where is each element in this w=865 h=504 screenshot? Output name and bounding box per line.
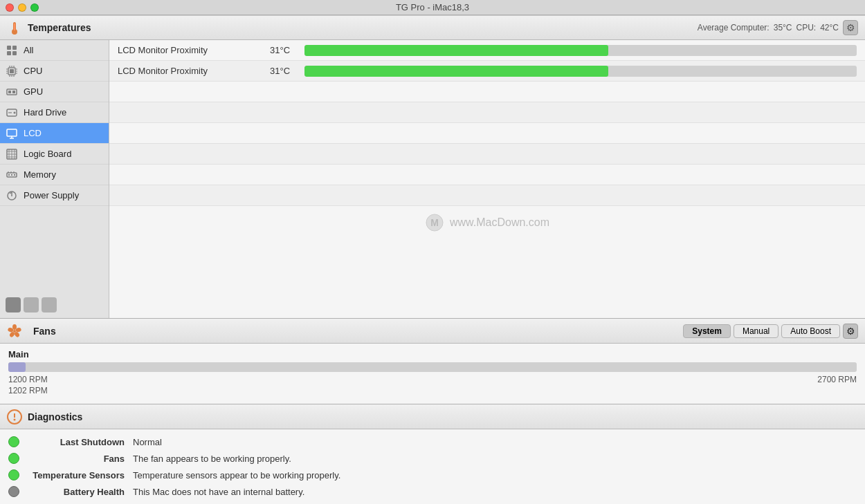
svg-rect-3 (7, 46, 11, 50)
temperatures-content: LCD Monitor Proximity 31°C LCD Monitor P… (109, 40, 865, 318)
temp-value-2: 31°C (270, 66, 304, 76)
temp-row-2: LCD Monitor Proximity 31°C (109, 61, 865, 82)
temperatures-body: All (0, 40, 865, 318)
fans-tab-manual[interactable]: Manual (734, 324, 778, 338)
temp-bar-container-1 (304, 45, 857, 56)
svg-rect-40 (14, 174, 15, 176)
memory-icon (6, 169, 18, 181)
sidebar-item-hard-drive[interactable]: Hard Drive (0, 102, 109, 123)
temp-row-empty-4 (109, 144, 865, 165)
temp-bar-container-2 (304, 66, 857, 77)
fans-settings-button[interactable]: ⚙ (843, 324, 858, 339)
svg-point-49 (13, 330, 16, 333)
diagnostics-section: Diagnostics Last Shutdown Normal Fans Th… (0, 404, 865, 504)
diag-dot-last-shutdown (8, 436, 19, 447)
sidebar-label-cpu: CPU (24, 66, 42, 76)
cpu-label: CPU: (796, 23, 817, 32)
sidebar-label-logic-board: Logic Board (24, 149, 71, 159)
fans-tab-system[interactable]: System (683, 324, 731, 338)
diag-value-temp-sensors: Temperature sensors appear to be working… (133, 470, 340, 480)
svg-point-57 (14, 418, 16, 420)
window-title: TG Pro - iMac18,3 (396, 2, 469, 12)
thermometer-icon (7, 20, 22, 35)
cpu-value: 42°C (820, 23, 839, 32)
diag-value-fans: The fan appears to be working properly. (133, 454, 291, 464)
fan-current-rpm: 1202 RPM (8, 386, 857, 395)
watermark-text: www.MacDown.com (450, 216, 549, 229)
fans-body: Main 1200 RPM 2700 RPM 1202 RPM (0, 344, 865, 404)
sidebar-item-all[interactable]: All (0, 40, 109, 61)
temp-row-empty-1 (109, 82, 865, 102)
svg-point-25 (14, 111, 16, 113)
temp-bar-1 (304, 45, 608, 56)
temperatures-header: Temperatures Average Computer: 35°C CPU:… (0, 15, 865, 40)
temp-row-empty-3 (109, 123, 865, 144)
sidebar-label-memory: Memory (24, 169, 56, 180)
svg-rect-6 (12, 51, 17, 55)
diag-name-battery-health: Battery Health (28, 487, 125, 497)
fans-header-left: Fans (7, 324, 56, 339)
diagnostics-icon (7, 409, 22, 424)
diagnostics-body: Last Shutdown Normal Fans The fan appear… (0, 429, 865, 504)
minimize-button[interactable] (18, 3, 26, 12)
diag-row-temp-sensors: Temperature Sensors Temperature sensors … (8, 467, 857, 483)
watermark-area: M www.MacDown.com (109, 206, 865, 239)
svg-rect-5 (7, 51, 11, 55)
sidebar-item-memory[interactable]: Memory (0, 165, 109, 185)
temp-label-2: LCD Monitor Proximity (118, 66, 270, 76)
sidebar-item-cpu[interactable]: CPU (0, 61, 109, 82)
svg-text:M: M (430, 217, 439, 228)
diag-dot-fans (8, 453, 19, 464)
sidebar-label-power-supply: Power Supply (24, 190, 79, 200)
svg-rect-38 (8, 174, 10, 176)
cpu-icon (6, 65, 18, 77)
sidebar-label-hard-drive: Hard Drive (24, 107, 66, 118)
sidebar-label-gpu: GPU (24, 86, 43, 97)
temp-row-empty-5 (109, 165, 865, 185)
avg-computer-value: 35°C (774, 23, 792, 32)
sidebar-item-power-supply[interactable]: Power Supply (0, 185, 109, 206)
window-controls (6, 3, 39, 12)
sidebar-item-gpu[interactable]: GPU (0, 82, 109, 102)
diag-dot-temp-sensors (8, 469, 19, 480)
svg-rect-8 (10, 69, 14, 73)
diag-row-battery-health: Battery Health This Mac does not have an… (8, 483, 857, 500)
svg-point-50 (12, 324, 17, 330)
fans-tab-auto-boost[interactable]: Auto Boost (781, 324, 840, 338)
fans-title: Fans (33, 326, 56, 337)
svg-rect-22 (8, 91, 11, 93)
temperatures-sidebar: All (0, 40, 109, 318)
close-button[interactable] (6, 3, 14, 12)
gpu-icon (6, 86, 18, 98)
svg-rect-2 (14, 24, 15, 30)
fans-header-right: System Manual Auto Boost ⚙ (683, 324, 858, 339)
sidebar-pagination (0, 292, 109, 318)
avg-computer-label: Average Computer: (698, 23, 770, 32)
sidebar-label-lcd: LCD (24, 128, 42, 138)
logic-board-icon (6, 148, 18, 160)
fan-rpm-labels: 1200 RPM 2700 RPM (8, 375, 857, 384)
all-icon (6, 44, 18, 57)
watermark-icon: M (425, 213, 444, 232)
diagnostics-title: Diagnostics (28, 411, 82, 422)
temp-row-1: LCD Monitor Proximity 31°C (109, 40, 865, 61)
sidebar-item-lcd[interactable]: LCD (0, 123, 109, 144)
diag-row-last-shutdown: Last Shutdown Normal (8, 433, 857, 450)
svg-rect-39 (11, 174, 12, 176)
title-bar: TG Pro - iMac18,3 (0, 0, 865, 15)
diag-value-last-shutdown: Normal (133, 437, 162, 447)
svg-rect-27 (7, 129, 17, 136)
power-supply-icon (6, 189, 18, 202)
sidebar-label-all: All (24, 45, 33, 55)
diag-name-fans: Fans (28, 454, 125, 464)
maximize-button[interactable] (30, 3, 39, 12)
app-body: Temperatures Average Computer: 35°C CPU:… (0, 15, 865, 504)
temperatures-settings-button[interactable]: ⚙ (843, 20, 858, 35)
page-dot-2[interactable] (24, 297, 39, 312)
fan-bar-track (8, 362, 857, 372)
lcd-icon (6, 127, 18, 140)
page-dot-3[interactable] (42, 297, 57, 312)
sidebar-item-logic-board[interactable]: Logic Board (0, 144, 109, 165)
diag-name-temp-sensors: Temperature Sensors (28, 470, 125, 480)
page-dot-1[interactable] (6, 297, 21, 312)
